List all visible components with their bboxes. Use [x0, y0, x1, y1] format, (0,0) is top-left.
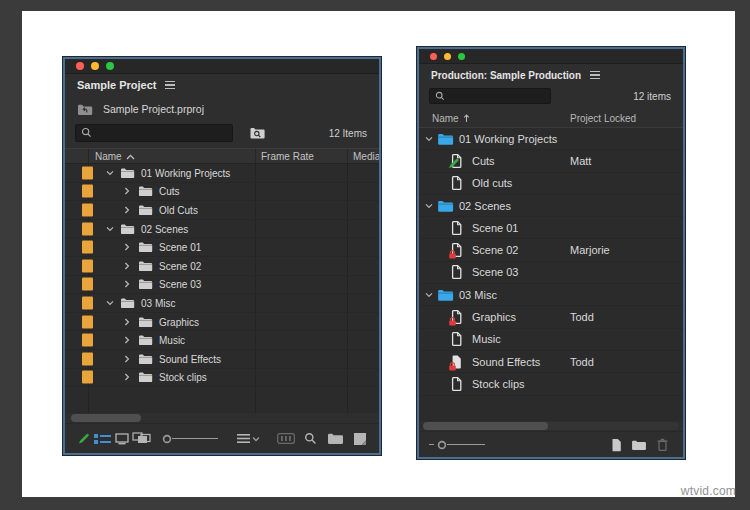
column-name[interactable]: Name — [432, 113, 470, 124]
bin-name[interactable]: Stock clips — [159, 372, 207, 383]
bin-color-label[interactable] — [82, 352, 93, 365]
tree-row[interactable]: Scene 02 — [65, 257, 379, 276]
bin-name[interactable]: Music — [159, 335, 185, 346]
chevron-right-icon[interactable] — [124, 355, 130, 363]
close-window-icon[interactable] — [430, 53, 437, 60]
bin-color-label[interactable] — [82, 203, 93, 216]
search-field[interactable] — [75, 124, 233, 142]
list-item[interactable]: Scene 02Marjorie — [419, 239, 683, 261]
window-titlebar[interactable] — [65, 59, 379, 74]
chevron-down-icon[interactable] — [251, 436, 262, 442]
chevron-right-icon[interactable] — [124, 336, 130, 344]
tree-row[interactable]: 02 Scenes — [65, 220, 379, 239]
bin-name[interactable]: Old Cuts — [159, 204, 198, 215]
zoom-slider-track[interactable] — [447, 444, 485, 446]
horizontal-scrollbar[interactable] — [421, 421, 681, 431]
list-item[interactable]: GraphicsTodd — [419, 306, 683, 328]
project-name[interactable]: Music — [472, 333, 501, 345]
bin-color-label[interactable] — [82, 259, 93, 272]
chevron-down-icon[interactable] — [106, 300, 114, 306]
bin-color-label[interactable] — [82, 166, 93, 179]
list-item[interactable]: Music — [419, 329, 683, 351]
tree-row[interactable]: 01 Working Projects — [65, 164, 379, 183]
list-item[interactable]: Scene 01 — [419, 217, 683, 239]
list-item[interactable]: 03 Misc — [419, 284, 683, 306]
scrollbar-thumb[interactable] — [71, 414, 141, 422]
list-view-icon[interactable] — [92, 433, 112, 445]
find-icon[interactable] — [303, 432, 319, 445]
bin-color-label[interactable] — [82, 371, 93, 384]
zoom-slider[interactable] — [162, 434, 218, 444]
tree-row[interactable]: Sound Effects — [65, 350, 379, 369]
chevron-right-icon[interactable] — [124, 187, 130, 195]
folder-name[interactable]: 01 Working Projects — [459, 133, 557, 145]
horizontal-scrollbar[interactable] — [67, 413, 377, 423]
new-bin-icon[interactable] — [327, 432, 344, 445]
zoom-slider-track[interactable] — [172, 438, 218, 440]
bin-name[interactable]: 03 Misc — [141, 297, 175, 308]
column-header-row[interactable]: Name Project Locked — [419, 110, 683, 128]
list-item[interactable]: 02 Scenes — [419, 195, 683, 217]
bin-name[interactable]: Cuts — [159, 186, 180, 197]
tree-row[interactable]: Scene 01 — [65, 238, 379, 257]
chevron-down-icon[interactable] — [425, 203, 433, 209]
tree-row[interactable]: Graphics — [65, 313, 379, 332]
panel-menu-icon[interactable] — [590, 71, 600, 80]
list-item[interactable]: Old cuts — [419, 173, 683, 195]
bin-color-label[interactable] — [82, 185, 93, 198]
bin-color-label[interactable] — [82, 222, 93, 235]
chevron-down-icon[interactable] — [425, 292, 433, 298]
zoom-slider[interactable] — [429, 440, 485, 450]
list-item[interactable]: CutsMatt — [419, 150, 683, 172]
chevron-right-icon[interactable] — [124, 280, 130, 288]
list-item[interactable]: Scene 03 — [419, 262, 683, 284]
tree-row[interactable]: Old Cuts — [65, 201, 379, 220]
freeform-view-icon[interactable] — [131, 432, 153, 445]
icon-view-icon[interactable] — [112, 433, 131, 445]
bin-name[interactable]: Sound Effects — [159, 353, 221, 364]
project-name[interactable]: Old cuts — [472, 177, 512, 189]
chevron-right-icon[interactable] — [124, 318, 130, 326]
search-bin-icon[interactable] — [249, 126, 266, 140]
tree-row[interactable]: Scene 03 — [65, 276, 379, 295]
search-field[interactable] — [429, 88, 551, 104]
minimize-window-icon[interactable] — [91, 62, 99, 70]
automate-to-sequence-icon[interactable] — [276, 433, 295, 444]
navigate-up-icon[interactable] — [77, 103, 93, 116]
project-file-name[interactable]: Sample Project.prproj — [103, 103, 204, 115]
chevron-down-icon[interactable] — [106, 170, 114, 176]
bin-name[interactable]: Scene 01 — [159, 242, 201, 253]
bin-color-label[interactable] — [82, 315, 93, 328]
folder-name[interactable]: 03 Misc — [459, 289, 497, 301]
bin-name[interactable]: Scene 02 — [159, 260, 201, 271]
search-input[interactable] — [449, 91, 545, 102]
column-frame-rate[interactable]: Frame Rate — [261, 151, 314, 162]
project-name[interactable]: Scene 01 — [472, 222, 518, 234]
new-project-icon[interactable] — [605, 438, 627, 452]
column-project-locked[interactable]: Project Locked — [570, 113, 636, 124]
list-item[interactable]: Stock clips — [419, 373, 683, 395]
list-item[interactable]: Sound EffectsTodd — [419, 351, 683, 373]
new-item-icon[interactable] — [352, 432, 369, 445]
bin-name[interactable]: 02 Scenes — [141, 223, 188, 234]
new-bin-icon[interactable] — [627, 439, 651, 451]
tree-row[interactable]: Stock clips — [65, 369, 379, 388]
bin-color-label[interactable] — [82, 278, 93, 291]
project-name[interactable]: Scene 02 — [472, 244, 518, 256]
chevron-down-icon[interactable] — [425, 136, 433, 142]
sort-icon[interactable] — [236, 433, 250, 444]
project-name[interactable]: Sound Effects — [472, 356, 540, 368]
bin-name[interactable]: Scene 03 — [159, 279, 201, 290]
zoom-window-icon[interactable] — [106, 62, 114, 70]
folder-name[interactable]: 02 Scenes — [459, 200, 511, 212]
panel-menu-icon[interactable] — [165, 81, 175, 90]
project-name[interactable]: Graphics — [472, 311, 516, 323]
bin-color-label[interactable] — [82, 241, 93, 254]
scrollbar-thumb[interactable] — [423, 422, 548, 430]
chevron-right-icon[interactable] — [124, 373, 130, 381]
chevron-right-icon[interactable] — [124, 206, 130, 214]
zoom-window-icon[interactable] — [458, 53, 465, 60]
search-input[interactable] — [96, 128, 227, 139]
list-item[interactable]: 01 Working Projects — [419, 128, 683, 150]
column-name[interactable]: Name — [95, 151, 135, 162]
